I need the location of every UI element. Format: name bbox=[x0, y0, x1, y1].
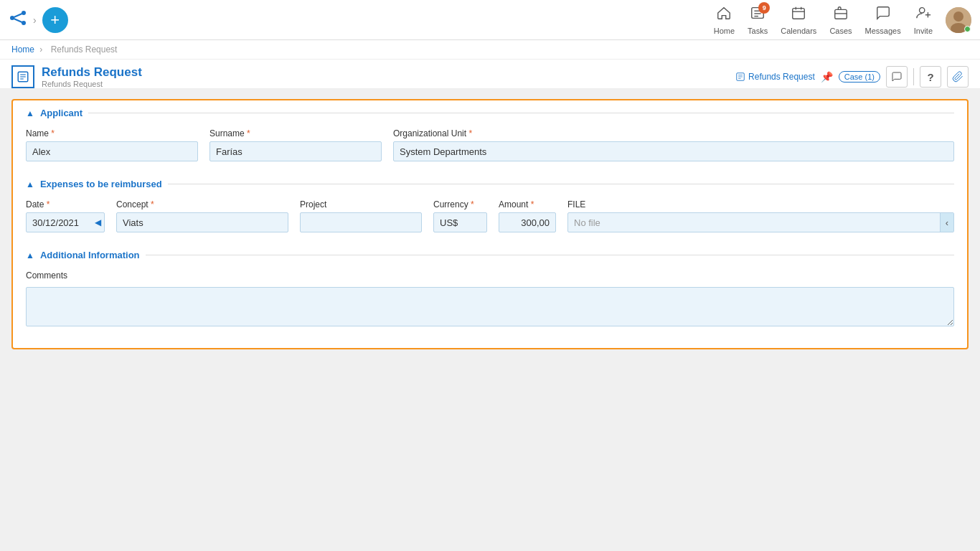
applicant-form-row: Name * Surname * Organizational Unit bbox=[26, 128, 954, 161]
date-input[interactable] bbox=[26, 212, 105, 232]
avatar[interactable] bbox=[946, 7, 971, 33]
applicant-section-header[interactable]: ▲ Applicant bbox=[26, 108, 954, 118]
additional-section-title: Additional Information bbox=[40, 250, 140, 260]
additional-section-header[interactable]: ▲ Additional Information bbox=[26, 250, 954, 260]
page-header-left: Refunds Request Refunds Request bbox=[11, 65, 142, 88]
file-input-wrap: No file ‹ bbox=[567, 212, 954, 232]
date-required: * bbox=[47, 199, 50, 209]
svg-line-3 bbox=[12, 13, 24, 18]
concept-input[interactable] bbox=[116, 212, 288, 232]
comments-textarea[interactable] bbox=[26, 287, 954, 326]
svg-line-4 bbox=[12, 18, 24, 23]
nav-home[interactable]: Home bbox=[714, 5, 735, 35]
page-title-block: Refunds Request Refunds Request bbox=[42, 65, 142, 88]
amount-input[interactable] bbox=[499, 212, 556, 232]
amount-group: Amount * bbox=[499, 199, 556, 232]
file-input-text: No file bbox=[568, 214, 940, 232]
nav-messages-label: Messages bbox=[865, 27, 901, 35]
messages-icon bbox=[875, 5, 891, 25]
surname-label: Surname * bbox=[209, 128, 382, 138]
project-label: Project bbox=[300, 199, 422, 209]
attachment-icon bbox=[952, 71, 963, 83]
nav-cases[interactable]: Cases bbox=[829, 5, 852, 35]
expenses-section-header[interactable]: ▲ Expenses to be reimbursed bbox=[26, 179, 954, 189]
record-link[interactable]: Refunds Request bbox=[735, 72, 815, 82]
currency-group: Currency * bbox=[433, 199, 487, 232]
branch-icon bbox=[9, 9, 27, 32]
applicant-toggle-icon: ▲ bbox=[26, 108, 34, 118]
currency-required: * bbox=[471, 199, 474, 209]
expenses-form-row: Date * ◀ Concept * Projec bbox=[26, 199, 954, 232]
svg-rect-13 bbox=[835, 9, 847, 19]
breadcrumb-current: Refunds Request bbox=[51, 44, 118, 55]
org-input[interactable] bbox=[393, 141, 954, 161]
additional-section-line bbox=[146, 255, 954, 255]
project-input[interactable] bbox=[300, 212, 422, 232]
online-status-dot bbox=[964, 26, 971, 32]
comments-label: Comments bbox=[26, 270, 954, 281]
amount-label: Amount * bbox=[499, 199, 556, 209]
name-label: Name * bbox=[26, 128, 198, 138]
breadcrumb-home[interactable]: Home bbox=[11, 44, 34, 55]
expenses-section-line bbox=[168, 184, 954, 184]
surname-group: Surname * bbox=[209, 128, 382, 161]
svg-point-15 bbox=[919, 7, 924, 12]
amount-required: * bbox=[531, 199, 534, 209]
calendars-icon bbox=[791, 5, 806, 25]
file-group: FILE No file ‹ bbox=[567, 199, 954, 232]
applicant-section: ▲ Applicant Name * Surname * bbox=[13, 100, 967, 171]
currency-input[interactable] bbox=[433, 212, 487, 232]
comment-button[interactable] bbox=[886, 66, 908, 88]
cases-icon bbox=[833, 5, 849, 25]
page-title: Refunds Request bbox=[42, 65, 142, 80]
nav-tasks[interactable]: 9 Tasks bbox=[748, 5, 768, 35]
tasks-icon: 9 bbox=[750, 5, 765, 25]
nav-right: Home 9 Tasks bbox=[714, 5, 971, 35]
nav-invite-label: Invite bbox=[914, 27, 933, 35]
nav-chevron-icon: › bbox=[33, 14, 37, 26]
attachment-button[interactable] bbox=[947, 66, 969, 88]
svg-rect-9 bbox=[793, 8, 805, 19]
additional-toggle-icon: ▲ bbox=[26, 250, 34, 260]
main-content: ▲ Applicant Name * Surname * bbox=[0, 89, 980, 359]
nav-tasks-label: Tasks bbox=[748, 27, 768, 35]
date-label: Date * bbox=[26, 199, 105, 209]
nav-invite[interactable]: Invite bbox=[914, 5, 933, 35]
record-link-text: Refunds Request bbox=[748, 72, 815, 82]
nav-calendars[interactable]: Calendars bbox=[781, 5, 816, 35]
nav-messages[interactable]: Messages bbox=[865, 5, 901, 35]
page-subtitle: Refunds Request bbox=[42, 80, 142, 88]
breadcrumb-separator: › bbox=[39, 44, 42, 55]
applicant-section-title: Applicant bbox=[40, 108, 83, 118]
page-header: Refunds Request Refunds Request Refunds … bbox=[0, 60, 980, 89]
nav-left: › + bbox=[9, 7, 68, 33]
concept-label: Concept * bbox=[116, 199, 288, 209]
expenses-section: ▲ Expenses to be reimbursed Date * ◀ bbox=[13, 171, 967, 242]
add-button[interactable]: + bbox=[42, 7, 68, 33]
invite-icon bbox=[915, 5, 931, 25]
file-upload-button[interactable]: ‹ bbox=[940, 213, 953, 232]
help-button[interactable]: ? bbox=[920, 66, 941, 88]
name-input[interactable] bbox=[26, 141, 198, 161]
top-navigation: › + Home 9 Tasks bbox=[0, 0, 980, 40]
surname-input[interactable] bbox=[209, 141, 382, 161]
date-group: Date * ◀ bbox=[26, 199, 105, 232]
additional-section: ▲ Additional Information Comments bbox=[13, 242, 967, 348]
name-group: Name * bbox=[26, 128, 198, 161]
page-header-right: Refunds Request 📌 Case (1) ? bbox=[735, 66, 969, 88]
file-label: FILE bbox=[567, 199, 954, 209]
nav-cases-label: Cases bbox=[829, 27, 852, 35]
surname-required: * bbox=[247, 128, 250, 138]
concept-group: Concept * bbox=[116, 199, 288, 232]
currency-label: Currency * bbox=[433, 199, 487, 209]
org-required: * bbox=[468, 128, 472, 138]
org-label: Organizational Unit * bbox=[393, 128, 954, 138]
expenses-section-title: Expenses to be reimbursed bbox=[40, 179, 162, 189]
nav-home-label: Home bbox=[714, 27, 735, 35]
org-group: Organizational Unit * bbox=[393, 128, 954, 161]
case-badge[interactable]: Case (1) bbox=[839, 71, 880, 83]
pin-icon: 📌 bbox=[821, 71, 833, 83]
breadcrumb: Home › Refunds Request bbox=[0, 40, 980, 60]
name-required: * bbox=[51, 128, 55, 138]
expenses-toggle-icon: ▲ bbox=[26, 179, 34, 189]
